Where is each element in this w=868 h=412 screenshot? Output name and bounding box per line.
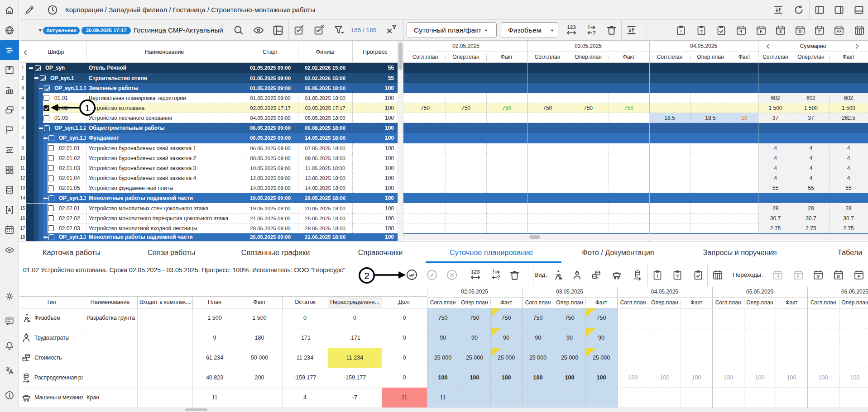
svg-text:?: ? [592,30,595,36]
svg-text:2: 2 [364,270,369,281]
svg-text:!: ! [680,29,682,34]
svg-text:123: 123 [471,269,480,275]
svg-text:?: ? [676,274,679,279]
svg-text:?: ? [497,275,500,281]
svg-text:1: 1 [85,103,90,113]
svg-text:F: F [858,274,860,279]
svg-text:F: F [818,29,821,34]
svg-text:D: D [837,274,840,279]
svg-text:123: 123 [567,24,576,30]
svg-text:?: ? [700,29,703,34]
svg-text:S: S [817,274,820,279]
svg-text:A: A [8,207,11,213]
svg-text:!: ! [493,269,494,275]
svg-text:!: ! [657,274,658,279]
svg-text:D: D [799,29,802,34]
svg-text:!: ! [588,24,590,30]
svg-text:S: S [779,29,782,34]
